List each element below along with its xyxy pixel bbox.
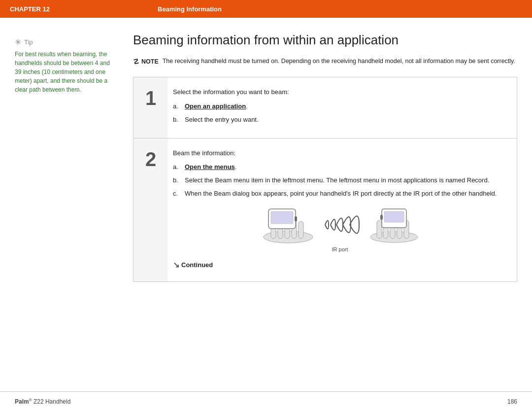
note-icon: ☡ [133, 57, 139, 67]
step-1-label-a: a. [173, 102, 181, 112]
footer-brand: Palm® Z22 Handheld [15, 398, 70, 405]
svg-rect-16 [384, 211, 404, 222]
svg-rect-5 [299, 221, 303, 239]
tip-label: Tip [24, 38, 33, 46]
step-1-text-b: Select the entry you want. [185, 115, 259, 125]
continued-indicator: ↘ Continued [173, 259, 507, 272]
tip-header: ✳ Tip [15, 37, 113, 47]
signal-waves-svg [323, 206, 362, 243]
step-1-label-b: b. [173, 115, 181, 125]
svg-rect-7 [271, 211, 293, 224]
step-1-item-a: a. Open an application. [173, 102, 507, 112]
step-2-label-c: c. [173, 189, 181, 199]
tip-star-icon: ✳ [15, 37, 21, 47]
step-1-item-b: b. Select the entry you want. [173, 115, 507, 125]
content-area: Beaming information from within an appli… [123, 33, 517, 381]
svg-rect-17 [380, 215, 383, 220]
step-2-text-b: Select the Beam menu item in the leftmos… [185, 175, 489, 186]
steps-container: 1 Select the information you want to bea… [133, 77, 517, 282]
step-2-item-a: a. Open the menus. [173, 162, 507, 172]
step-2-label-b: b. [173, 175, 181, 186]
step-1-content: Select the information you want to beam:… [168, 77, 517, 137]
continued-text: Continued [181, 260, 213, 271]
step-2-label-a: a. [173, 162, 181, 172]
step-1-number: 1 [133, 77, 168, 137]
left-device-svg [256, 206, 320, 243]
main-content: ✳ Tip For best results when beaming, the… [0, 18, 532, 391]
svg-rect-14 [377, 220, 382, 239]
page-header: CHAPTER 12 Beaming Information [0, 0, 532, 18]
step-1-intro: Select the information you want to beam: [173, 87, 507, 98]
step-2-intro: Beam the information: [173, 148, 507, 159]
page-title: Beaming information from within an appli… [133, 33, 517, 48]
footer-page-number: 186 [507, 398, 517, 405]
continued-arrow-icon: ↘ [173, 259, 179, 272]
step-2-text-a: Open the menus. [185, 162, 236, 172]
step-2-item-c: c. When the Beam dialog box appears, poi… [173, 189, 507, 199]
step-2-text-c: When the Beam dialog box appears, point … [185, 189, 497, 199]
page-footer: Palm® Z22 Handheld 186 [0, 391, 532, 411]
header-section-title: Beaming Information [158, 5, 222, 13]
step-1: 1 Select the information you want to bea… [133, 77, 517, 138]
svg-rect-8 [295, 216, 297, 221]
note-box: ☡ NOTE The receiving handheld must be tu… [133, 57, 517, 67]
step-2-content: Beam the information: a. Open the menus.… [168, 138, 517, 281]
sidebar: ✳ Tip For best results when beaming, the… [15, 33, 123, 381]
tip-text: For best results when beaming, the handh… [15, 50, 113, 94]
step-1-text-a: Open an application. [185, 102, 248, 112]
ir-illustration: IR port [173, 206, 507, 254]
chapter-label: CHAPTER 12 [10, 5, 158, 13]
right-device-svg [365, 206, 424, 243]
step-2-item-b: b. Select the Beam menu item in the left… [173, 175, 507, 186]
note-text: The receiving handheld must be turned on… [163, 57, 515, 66]
note-label: ☡ NOTE [133, 57, 159, 67]
step-2: 2 Beam the information: a. Open the menu… [133, 138, 517, 281]
step-2-number: 2 [133, 138, 168, 281]
brand-name: Palm® Z22 Handheld [15, 398, 70, 405]
ir-devices [256, 206, 424, 243]
ir-label: IR port [332, 245, 348, 254]
